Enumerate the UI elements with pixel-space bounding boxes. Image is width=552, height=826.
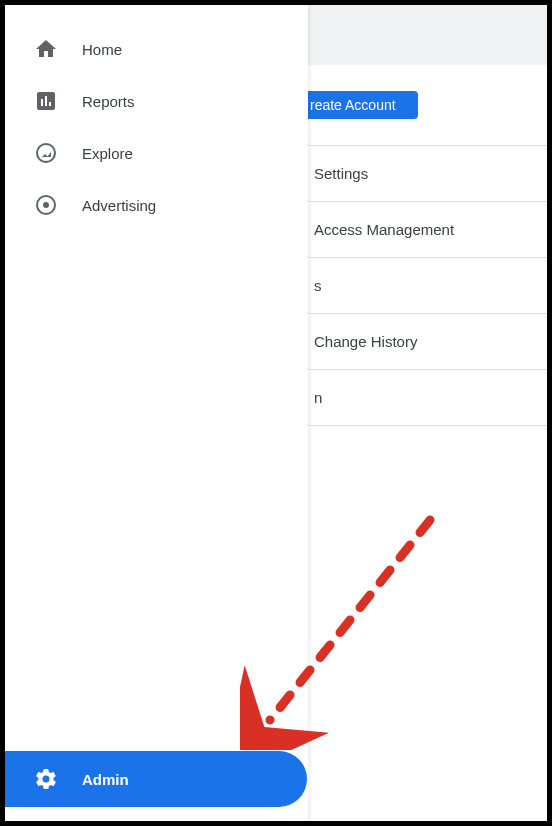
list-item-label: Change History <box>314 333 417 350</box>
list-item[interactable]: n <box>308 369 547 426</box>
sidebar-item-label: Reports <box>82 93 135 110</box>
sidebar-item-reports[interactable]: Reports <box>5 75 308 127</box>
sidebar-item-label: Admin <box>82 771 129 788</box>
svg-point-0 <box>43 202 49 208</box>
sidebar-item-explore[interactable]: Explore <box>5 127 308 179</box>
sidebar: Home Reports Explore Advertising <box>5 5 308 821</box>
list-item-label: Settings <box>314 165 368 182</box>
explore-icon <box>34 141 58 165</box>
list-item-settings[interactable]: Settings <box>308 145 547 201</box>
settings-list: Settings Access Management s Change Hist… <box>308 145 547 426</box>
sidebar-item-label: Advertising <box>82 197 156 214</box>
header-band <box>308 5 547 65</box>
list-item[interactable]: s <box>308 257 547 313</box>
list-item-label: n <box>314 389 322 406</box>
list-item-change-history[interactable]: Change History <box>308 313 547 369</box>
list-item-label: s <box>314 277 322 294</box>
sidebar-item-label: Home <box>82 41 122 58</box>
create-account-button[interactable]: reate Account <box>304 91 418 119</box>
create-account-label: reate Account <box>310 97 396 113</box>
gear-icon <box>34 767 58 791</box>
sidebar-item-admin[interactable]: Admin <box>5 751 307 807</box>
sidebar-nav: Home Reports Explore Advertising <box>5 5 308 751</box>
sidebar-item-advertising[interactable]: Advertising <box>5 179 308 231</box>
advertising-icon <box>34 193 58 217</box>
main-content: reate Account Settings Access Management… <box>308 5 547 821</box>
sidebar-item-home[interactable]: Home <box>5 23 308 75</box>
reports-icon <box>34 89 58 113</box>
sidebar-item-label: Explore <box>82 145 133 162</box>
home-icon <box>34 37 58 61</box>
list-item-access-management[interactable]: Access Management <box>308 201 547 257</box>
list-item-label: Access Management <box>314 221 454 238</box>
